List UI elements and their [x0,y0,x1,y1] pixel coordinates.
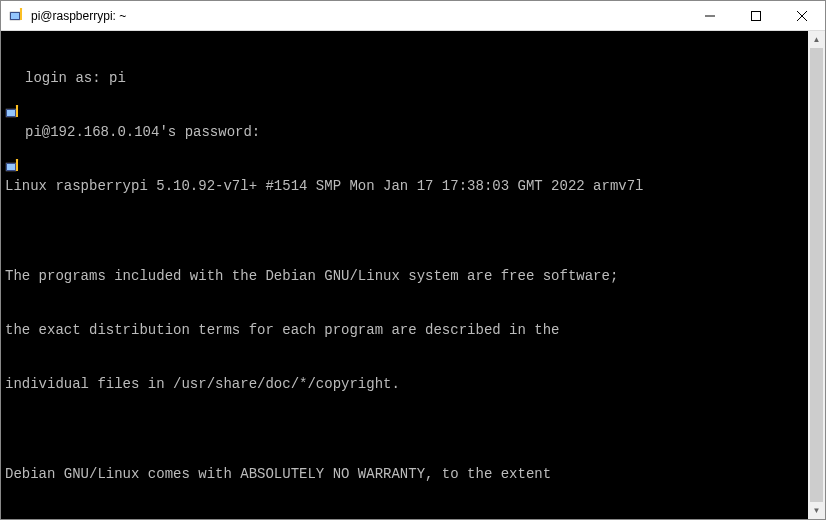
close-button[interactable] [779,1,825,30]
scroll-up-button[interactable]: ▲ [808,31,825,48]
maximize-button[interactable] [733,1,779,30]
svg-rect-1 [11,13,19,19]
svg-point-11 [16,105,18,107]
svg-rect-10 [16,105,18,117]
svg-rect-12 [6,163,16,171]
scrollbar[interactable]: ▲ ▼ [808,31,825,519]
scroll-down-button[interactable]: ▼ [808,502,825,519]
window-title: pi@raspberrypi: ~ [31,9,687,23]
scroll-track[interactable] [808,48,825,502]
putty-icon [5,123,21,139]
titlebar[interactable]: pi@raspberrypi: ~ [1,1,825,31]
terminal-line: individual files in /usr/share/doc/*/cop… [5,375,804,393]
svg-rect-9 [7,110,15,116]
putty-icon [9,8,25,24]
terminal-line: Debian GNU/Linux comes with ABSOLUTELY N… [5,465,804,483]
svg-rect-13 [7,164,15,170]
svg-rect-14 [16,159,18,171]
putty-icon [5,69,21,85]
terminal-line: login as: pi [25,69,126,87]
terminal-container: login as: pi pi@192.168.0.104's password… [1,31,825,519]
svg-rect-5 [752,11,761,20]
svg-point-15 [16,159,18,161]
terminal-output[interactable]: login as: pi pi@192.168.0.104's password… [1,31,808,519]
svg-rect-8 [6,109,16,117]
terminal-line: The programs included with the Debian GN… [5,267,804,285]
minimize-button[interactable] [687,1,733,30]
terminal-line: Linux raspberrypi 5.10.92-v7l+ #1514 SMP… [5,177,804,195]
terminal-line: pi@192.168.0.104's password: [25,123,260,141]
scroll-thumb[interactable] [810,48,823,502]
terminal-line: the exact distribution terms for each pr… [5,321,804,339]
window-controls [687,1,825,30]
